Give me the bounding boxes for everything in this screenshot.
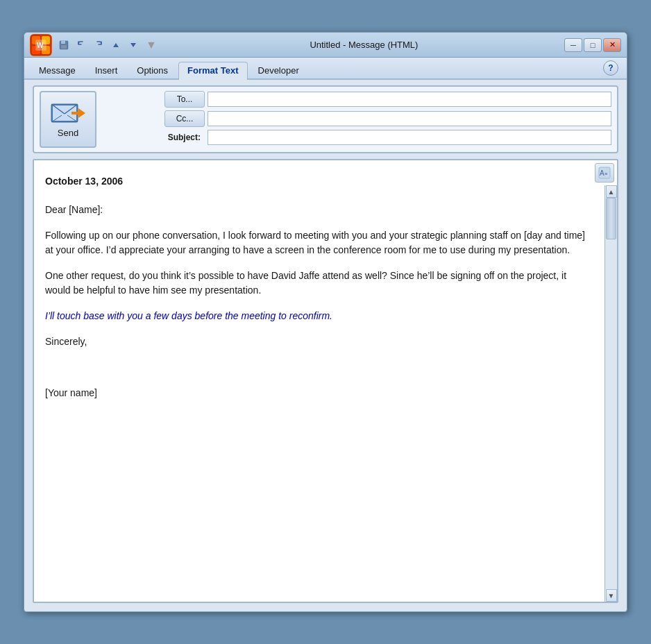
cc-input[interactable] xyxy=(208,111,611,126)
message-body[interactable]: October 13, 2006 Dear [Name]: Following … xyxy=(34,160,604,425)
title-bar: W ▼ Untitled - Message (HTML) ─ xyxy=(24,33,627,58)
help-button[interactable]: ? xyxy=(603,60,618,76)
tab-developer[interactable]: Developer xyxy=(249,62,308,80)
scroll-up-arrow[interactable]: ▲ xyxy=(606,185,617,198)
message-body2: One other request, do you think it’s pos… xyxy=(45,269,588,298)
to-input[interactable] xyxy=(208,92,611,107)
message-signature: [Your name] xyxy=(45,386,588,400)
svg-rect-8 xyxy=(61,41,65,44)
message-toolbar-btn[interactable]: A ≡ xyxy=(595,163,614,183)
email-form: Send To... Cc... Subject: xyxy=(24,80,627,159)
subject-input[interactable] xyxy=(208,130,611,145)
cc-button[interactable]: Cc... xyxy=(164,110,205,127)
tab-options[interactable]: Options xyxy=(128,62,177,80)
to-button[interactable]: To... xyxy=(164,91,205,108)
message-greeting: Dear [Name]: xyxy=(45,203,588,217)
svg-marker-11 xyxy=(130,43,136,47)
ribbon-help: ? xyxy=(603,60,618,76)
subject-label: Subject: xyxy=(164,133,205,142)
svg-text:A: A xyxy=(600,169,604,177)
scroll-thumb[interactable] xyxy=(606,198,616,239)
message-body1: Following up on our phone conversation, … xyxy=(45,228,588,257)
window-title: Untitled - Message (HTML) xyxy=(164,40,564,50)
office-logo: W xyxy=(30,34,52,56)
message-date: October 13, 2006 xyxy=(45,174,588,189)
svg-rect-19 xyxy=(71,112,82,115)
save-quick-btn[interactable] xyxy=(56,37,71,53)
send-icon xyxy=(51,101,85,125)
message-area: A ≡ ▲ ▼ October 13, 2006 Dear [Name]: Fo… xyxy=(33,159,618,603)
redo-quick-btn[interactable] xyxy=(91,37,106,53)
svg-text:≡: ≡ xyxy=(604,171,607,176)
to-row: To... xyxy=(164,91,611,108)
quick-access-toolbar: ▼ xyxy=(56,37,160,53)
tab-insert[interactable]: Insert xyxy=(86,62,127,80)
svg-text:W: W xyxy=(37,42,44,49)
tab-message[interactable]: Message xyxy=(30,62,85,80)
svg-marker-10 xyxy=(113,43,119,47)
formatting-icon: A ≡ xyxy=(598,167,611,179)
undo-quick-btn[interactable] xyxy=(74,37,89,53)
scroll-track xyxy=(605,198,617,589)
tab-format-text[interactable]: Format Text xyxy=(178,62,247,80)
scrollbar: ▲ ▼ xyxy=(604,185,617,602)
separator: ▼ xyxy=(146,39,157,51)
subject-row: Subject: xyxy=(164,130,611,145)
cc-row: Cc... xyxy=(164,110,611,127)
address-fields: To... Cc... Subject: xyxy=(164,91,611,145)
message-closing: Sincerely, xyxy=(45,334,588,349)
svg-rect-9 xyxy=(61,45,67,49)
ribbon: Message Insert Options Format Text Devel… xyxy=(24,58,627,80)
send-button[interactable]: Send xyxy=(40,91,96,148)
window-controls: ─ □ ✕ xyxy=(564,38,621,52)
message-body3: I’ll touch base with you a few days befo… xyxy=(45,309,588,323)
outlook-window: W ▼ Untitled - Message (HTML) ─ xyxy=(24,32,627,612)
down-quick-btn[interactable] xyxy=(126,37,141,53)
close-button[interactable]: ✕ xyxy=(603,38,621,52)
maximize-button[interactable]: □ xyxy=(584,38,602,52)
scroll-down-arrow[interactable]: ▼ xyxy=(606,589,617,602)
email-fields-area: Send To... Cc... Subject: xyxy=(33,85,618,153)
send-button-area: Send xyxy=(40,91,96,148)
send-label: Send xyxy=(58,128,78,138)
ribbon-tabs: Message Insert Options Format Text Devel… xyxy=(24,58,627,78)
minimize-button[interactable]: ─ xyxy=(564,38,582,52)
up-quick-btn[interactable] xyxy=(108,37,124,53)
